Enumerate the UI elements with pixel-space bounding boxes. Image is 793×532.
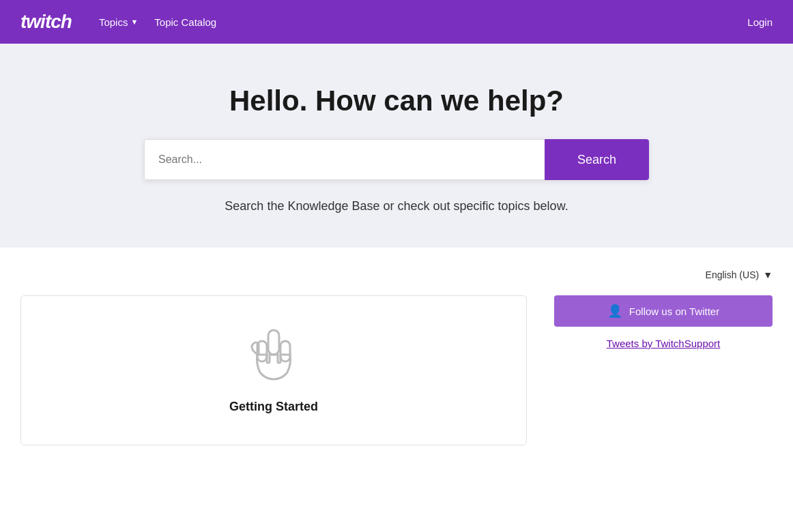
right-panel: 👤 Follow us on Twitter Tweets by TwitchS…: [554, 295, 773, 445]
card-title: Getting Started: [35, 400, 513, 414]
twitter-follow-label: Follow us on Twitter: [629, 306, 719, 317]
language-label: English (US): [706, 269, 760, 280]
twitter-follow-button[interactable]: 👤 Follow us on Twitter: [554, 295, 773, 327]
topics-label: Topics: [99, 16, 128, 28]
tweets-by-link[interactable]: Tweets by TwitchSupport: [554, 338, 773, 349]
main-content: English (US) ▼: [0, 248, 793, 459]
search-bar: Search: [144, 139, 649, 180]
left-panel: Getting Started: [20, 295, 527, 445]
hero-subtitle: Search the Knowledge Base or check out s…: [14, 199, 779, 213]
chevron-down-icon: ▼: [763, 269, 773, 280]
svg-rect-1: [280, 341, 290, 361]
nav-topic-catalog[interactable]: Topic Catalog: [149, 12, 222, 32]
site-header: twitch Topics ▼ Topic Catalog Login: [0, 0, 793, 44]
search-input[interactable]: [144, 139, 545, 180]
language-selector[interactable]: English (US) ▼: [706, 269, 773, 280]
login-button[interactable]: Login: [747, 16, 773, 28]
topic-catalog-label: Topic Catalog: [154, 16, 216, 28]
twitch-logo[interactable]: twitch: [20, 11, 72, 33]
twitter-icon: 👤: [607, 304, 622, 319]
hero-section: Hello. How can we help? Search Search th…: [0, 44, 793, 248]
nav-bar: Topics ▼ Topic Catalog: [93, 12, 747, 32]
svg-rect-0: [268, 330, 279, 355]
search-button[interactable]: Search: [545, 139, 649, 180]
content-area: Getting Started 👤 Follow us on Twitter T…: [20, 295, 773, 445]
language-bar: English (US) ▼: [20, 261, 773, 289]
nav-topics[interactable]: Topics ▼: [93, 12, 143, 32]
hero-title: Hello. How can we help?: [14, 85, 779, 117]
getting-started-card[interactable]: Getting Started: [20, 295, 527, 445]
hand-pointer-icon: [35, 323, 513, 387]
chevron-down-icon: ▼: [130, 18, 138, 26]
